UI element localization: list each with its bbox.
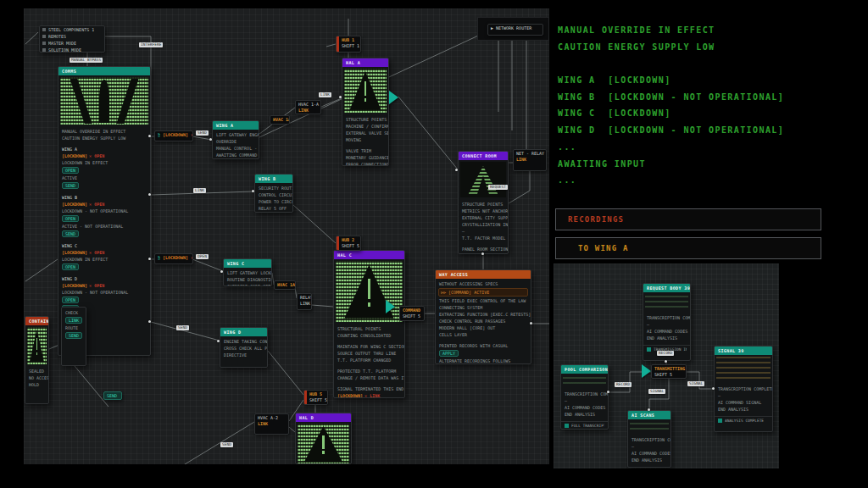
terminal-line: WING C [LOCKDOWN] xyxy=(558,105,863,122)
node-line: CRYSTALLIZATION IN ROTATION xyxy=(459,221,508,228)
port[interactable] xyxy=(148,258,151,260)
node-line: AI COMMAND CODES xyxy=(561,404,608,411)
port[interactable] xyxy=(220,270,223,273)
terminal-line xyxy=(558,55,863,72)
node-hub-2[interactable]: HUB 2 SHIFT 5 xyxy=(336,236,361,251)
node-line: DIRECTIVE xyxy=(220,352,267,358)
port[interactable] xyxy=(530,322,532,324)
node-ai-scans[interactable]: AI SCANS TRANSCRIPTION COMPLETE—AI COMMA… xyxy=(627,410,671,468)
wire-label: SEND xyxy=(196,130,209,136)
node-signal-39[interactable]: SIGNAL 39 TRANSCRIPTION COMPLETE—AI COMM… xyxy=(714,346,773,432)
node-line: ACTIVE - NOT OPERATIONAL xyxy=(58,223,150,230)
menu-item[interactable]: STEEL COMPONENTS 1 xyxy=(40,26,104,33)
node-hub-5[interactable]: HUB 5 SHIFT 5 xyxy=(303,390,328,405)
node-network-router[interactable]: ▶ NETWORK ROUTER xyxy=(487,24,543,36)
node-lockdown-pill-1[interactable]: ⋛ [LOCKDOWN] ✕ OPEN xyxy=(154,130,193,141)
node-hal-a[interactable]: HAL A STRUCTURE POINTSMACHINE / CONFIRM … xyxy=(342,58,389,166)
node-command-c[interactable]: COMMAND SHIFT 5 xyxy=(399,306,425,321)
menu-item[interactable]: MASTER MODE xyxy=(40,40,104,47)
hazard-triangle-icon xyxy=(27,327,47,364)
node-line: WING B xyxy=(58,194,150,201)
node-footer[interactable]: FULL TRANSCRIPT xyxy=(561,421,608,430)
menu-item-label: STEEL COMPONENTS 1 xyxy=(48,27,94,32)
port[interactable] xyxy=(455,169,458,171)
signal-display xyxy=(716,357,771,382)
node-command-menu[interactable]: STEEL COMPONENTS 1 REMOTES MASTER MODE xyxy=(39,25,105,53)
node-line: PANEL ROOM SECTION xyxy=(459,246,508,252)
port[interactable] xyxy=(148,135,151,137)
node-side-relay[interactable]: CHECKLINKROUTESEND xyxy=(61,307,86,366)
node-graph-canvas[interactable]: STEEL COMPONENTS 1 REMOTES MASTER MODE xyxy=(24,8,549,464)
node-hvac-a[interactable]: HVAC 1-A LINK xyxy=(295,100,321,114)
node-line: OPEN xyxy=(58,296,150,304)
node-line: T.T. PLATFORM CHANGED xyxy=(334,357,404,363)
node-line: — xyxy=(561,397,608,404)
node-transmitting-hub[interactable]: TRANSMITTING HUB SHIFT 5 xyxy=(651,364,687,379)
terminal-line: WING B [LOCKDOWN - NOT OPERATIONAL] xyxy=(558,89,863,106)
node-line: MANUAL OVERRIDE IN EFFECT xyxy=(58,128,150,135)
node-line: OVERRIDE CODE SET xyxy=(224,283,271,286)
menu-item[interactable]: REMOTES xyxy=(40,33,104,40)
node-hvac-c2[interactable]: RELAY LINK xyxy=(297,293,312,310)
port[interactable] xyxy=(607,391,609,393)
node-wing-b[interactable]: WING B SECURITY ROUTINECONTROL CIRCUIT F… xyxy=(254,174,293,213)
node-line: END ANALYSIS xyxy=(715,406,772,413)
node-hal-d[interactable]: HAL D xyxy=(295,413,352,464)
menu-item[interactable]: SOLUTION MODE xyxy=(40,47,104,53)
node-wing-d[interactable]: WING D ENGINE TAKING CONTROLCROSS CHECK … xyxy=(220,327,268,368)
node-line: TRANSCRIPTION COMPLETE xyxy=(643,314,690,321)
port[interactable] xyxy=(148,320,151,323)
port[interactable] xyxy=(339,96,342,98)
port[interactable] xyxy=(665,360,667,363)
node-way-access[interactable]: WAY ACCESS WITHOUT ACCESSING SPECS⊳⊳ [CO… xyxy=(435,269,531,364)
hazard-triangle-icon xyxy=(344,69,387,113)
port[interactable] xyxy=(712,387,715,390)
node-line: NO ACCESS POINT FOUND xyxy=(25,374,48,381)
port[interactable] xyxy=(148,193,151,196)
terminal-line: CAUTION ENERGY SUPPLY LOW xyxy=(558,39,863,56)
node-line: CHECK CONTROL RUN PASSAGES xyxy=(436,318,531,324)
router-icon: ▶ xyxy=(491,25,493,30)
node-line: END ANALYSIS xyxy=(643,335,690,341)
wire-label: MANUAL BYPASS xyxy=(70,58,103,63)
node-line: CHANGE / REMOTE DATA WAS IT xyxy=(334,374,404,381)
node-hal-c[interactable]: HAL C STRUCTURAL POINTSCOUNTING CONSOLID… xyxy=(333,250,405,398)
node-line: MANUAL CONTROL - RELAY ENABLED xyxy=(213,145,259,152)
node-line: MONETARY GUIDANCE xyxy=(342,154,388,161)
port[interactable] xyxy=(252,190,254,192)
node-send-pill[interactable]: SEND xyxy=(103,391,122,400)
menu-item-icon xyxy=(42,35,46,38)
port[interactable] xyxy=(209,138,212,141)
wing-a-graph-panel[interactable]: REQUEST BODY 39 TRANSCRIPTION COMPLETE—A… xyxy=(554,263,779,469)
node-line: METRICS NOT ANCHORED xyxy=(459,208,508,214)
menu-item-icon xyxy=(42,42,46,45)
to-wing-a-button[interactable]: TO WING A xyxy=(555,237,821,259)
node-line: — xyxy=(715,392,772,399)
recordings-button-label: RECORDINGS xyxy=(568,215,624,224)
recordings-button[interactable]: RECORDINGS xyxy=(555,208,821,230)
node-hvac-d[interactable]: HVAC A-2 LINK xyxy=(254,413,289,435)
port[interactable] xyxy=(217,340,220,342)
wire-label: SIGNAL xyxy=(648,389,665,394)
node-header: WAY ACCESS xyxy=(436,270,531,279)
node-hvac-c[interactable]: HVAC 1A-4 xyxy=(274,280,296,290)
node-containment[interactable]: CONTAIN SEALEDNO ACCESS POINT FOUNDHOLD xyxy=(25,316,49,404)
node-request-body[interactable]: REQUEST BODY 39 TRANSCRIPTION COMPLETE—A… xyxy=(643,283,691,361)
node-line: ALTERNATE RECORDINGS FOLLOWS xyxy=(436,358,531,364)
node-lockdown-pill-2[interactable]: ⋛ [LOCKDOWN] ✕ OPEN xyxy=(154,253,193,264)
port[interactable] xyxy=(648,408,650,411)
node-pool-comparison[interactable]: POOL COMPARISON 39 TRANSCRIPTION COMPLET… xyxy=(560,364,609,430)
node-line: LINK xyxy=(62,316,86,324)
port[interactable] xyxy=(481,252,484,255)
node-line: RELAY 5 OFF xyxy=(255,205,292,212)
node-wing-c[interactable]: WING C LIFT GATEWAY LOCKEDROUTINE DIAGNO… xyxy=(223,258,272,286)
node-footer[interactable]: ANALYSIS COMPLETE xyxy=(715,416,772,424)
node-hvac-pill[interactable]: HVAC 1A xyxy=(270,115,290,125)
node-line: TRANSCRIPTION COMPLETE xyxy=(561,391,608,397)
node-hub-1[interactable]: HUB 1 SHIFT 1 xyxy=(336,36,361,53)
terminal-line: WING A [LOCKDOWN] xyxy=(558,72,863,89)
node-wing-a[interactable]: WING A LIFT GATEWAY ENGAGEDOVERRIDEMANUA… xyxy=(212,120,259,159)
transcript-display xyxy=(645,294,688,311)
node-net-relay[interactable]: NET - RELAY LINK xyxy=(513,149,547,171)
node-connect-room[interactable]: CONNECT ROOM STRUCTURE POINTSMETRICS NOT… xyxy=(458,151,509,254)
